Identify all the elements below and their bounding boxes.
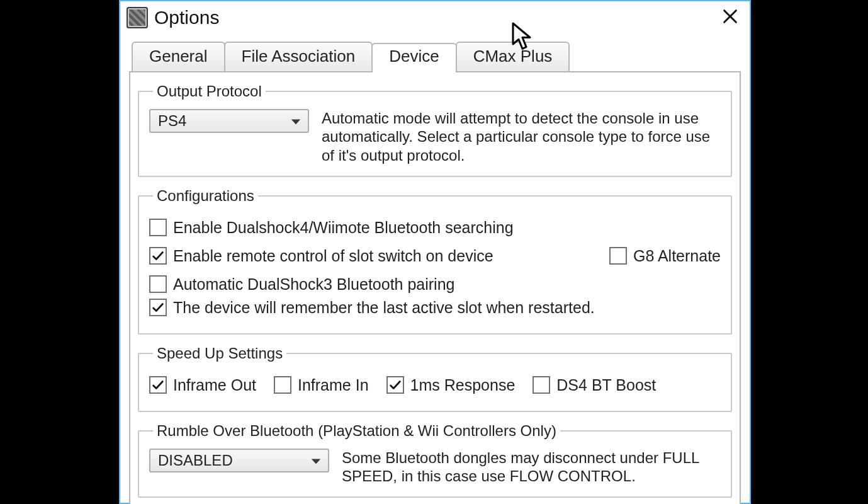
checkbox-ds4-wiimote-search[interactable] <box>149 219 167 236</box>
checkbox-label[interactable]: Enable Dualshock4/Wiimote Bluetooth sear… <box>173 219 514 237</box>
checkbox-label[interactable]: Automatic DualShock3 Bluetooth pairing <box>173 275 455 294</box>
tab-label: General <box>149 47 208 66</box>
select-value: DISABLED <box>158 452 233 469</box>
checkbox-label[interactable]: The device will remember the last active… <box>173 299 595 317</box>
checkbox-inframe-in[interactable] <box>274 376 291 394</box>
output-protocol-select[interactable]: PS4 <box>149 109 309 133</box>
checkbox-remote-slot-switch[interactable] <box>149 247 167 265</box>
options-dialog: Options General File Association Device … <box>119 0 751 504</box>
app-icon <box>127 7 148 28</box>
tab-cmax-plus[interactable]: CMax Plus <box>456 42 570 71</box>
checkbox-inframe-out[interactable] <box>149 376 167 394</box>
group-speed-up: Speed Up Settings Inframe Out <box>138 345 732 412</box>
rumble-description: Some Bluetooth dongles may disconnect un… <box>342 449 721 486</box>
checkbox-label[interactable]: G8 Alternate <box>633 247 721 265</box>
group-legend: Output Protocol <box>153 83 266 100</box>
checkbox-ds3-bt-pairing[interactable] <box>149 275 167 293</box>
select-value: PS4 <box>158 112 186 130</box>
group-configurations: Configurations Enable Dualshock4/Wiimote… <box>138 187 732 335</box>
checkbox-g8-alternate[interactable] <box>609 247 627 265</box>
close-button[interactable] <box>716 5 745 30</box>
group-legend: Speed Up Settings <box>153 345 286 362</box>
checkbox-label[interactable]: Enable remote control of slot switch on … <box>173 247 493 265</box>
checkbox-label[interactable]: DS4 BT Boost <box>556 376 656 394</box>
chevron-down-icon <box>310 452 322 469</box>
group-rumble-bluetooth: Rumble Over Bluetooth (PlayStation & Wii… <box>138 422 732 498</box>
window-title: Options <box>154 7 716 28</box>
svg-marker-3 <box>312 459 320 464</box>
group-output-protocol: Output Protocol PS4 Automatic mode will … <box>138 83 732 177</box>
group-legend: Configurations <box>153 187 258 205</box>
rumble-mode-select[interactable]: DISABLED <box>149 449 329 472</box>
close-icon <box>721 8 739 28</box>
tab-label: Device <box>389 47 439 66</box>
tab-device[interactable]: Device <box>371 43 456 72</box>
chevron-down-icon <box>290 112 302 130</box>
tabs: General File Association Device CMax Plu… <box>129 42 741 71</box>
group-legend: Rumble Over Bluetooth (PlayStation & Wii… <box>153 422 560 440</box>
tab-label: CMax Plus <box>473 47 553 66</box>
tab-file-association[interactable]: File Association <box>224 42 373 71</box>
checkbox-label[interactable]: Inframe Out <box>173 376 256 394</box>
checkbox-ds4-bt-boost[interactable] <box>533 376 550 394</box>
checkbox-label[interactable]: 1ms Response <box>410 376 516 394</box>
tab-panel-device: Output Protocol PS4 Automatic mode will … <box>129 71 741 504</box>
output-protocol-description: Automatic mode will attempt to detect th… <box>322 109 721 164</box>
tab-general[interactable]: General <box>132 42 225 71</box>
tab-label: File Association <box>242 47 356 66</box>
checkbox-remember-last-slot[interactable] <box>149 299 167 316</box>
checkbox-1ms-response[interactable] <box>386 376 404 394</box>
checkbox-label[interactable]: Inframe In <box>298 376 369 394</box>
svg-marker-2 <box>291 119 300 124</box>
titlebar: Options <box>120 1 750 34</box>
